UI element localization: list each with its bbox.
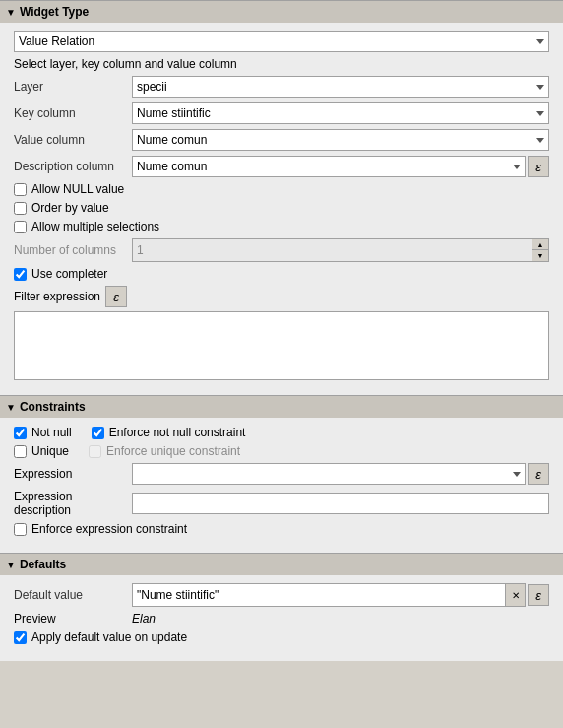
clear-default-button[interactable]: ✕ <box>505 584 525 606</box>
num-columns-row: Number of columns ▲ ▼ <box>14 238 549 262</box>
order-by-value-row: Order by value <box>14 201 549 215</box>
not-null-row: Not null Enforce not null constraint <box>14 426 549 439</box>
defaults-section: ▼ Defaults Default value ✕ ε Preview Ela… <box>0 553 563 661</box>
filter-textarea-wrapper <box>14 311 549 383</box>
order-by-value-label: Order by value <box>31 201 109 215</box>
apply-on-update-checkbox[interactable] <box>14 631 27 644</box>
allow-multiple-checkbox[interactable] <box>14 221 27 233</box>
widget-type-section: ▼ Widget Type Value Relation Select laye… <box>0 0 563 395</box>
defaults-content: Default value ✕ ε Preview Elan Apply def… <box>0 575 563 661</box>
unique-label: Unique <box>31 444 69 458</box>
order-by-value-checkbox[interactable] <box>14 202 27 215</box>
use-completer-row: Use completer <box>14 267 549 281</box>
unique-pair: Unique <box>14 444 69 458</box>
expression-desc-row: Expression description <box>14 490 549 517</box>
apply-on-update-label: Apply default value on update <box>31 630 187 644</box>
expression-desc-label: Expression description <box>14 490 132 517</box>
spinner-up-button: ▲ <box>532 239 548 250</box>
expression-label: Expression <box>14 467 132 481</box>
sublabel-row: Select layer, key column and value colum… <box>14 57 549 71</box>
enforce-unique-label: Enforce unique constraint <box>106 444 240 458</box>
expression-select[interactable] <box>132 463 526 485</box>
enforce-unique-pair: Enforce unique constraint <box>89 444 240 458</box>
expression-input-wrapper: ε <box>132 463 549 485</box>
default-value-input[interactable] <box>133 584 505 606</box>
not-null-pair: Not null <box>14 426 72 439</box>
constraints-chevron: ▼ <box>6 402 16 413</box>
description-column-select[interactable]: Nume comun <box>132 156 526 177</box>
sublabel-text: Select layer, key column and value colum… <box>14 57 237 71</box>
apply-on-update-row: Apply default value on update <box>14 630 549 644</box>
allow-null-row: Allow NULL value <box>14 182 549 196</box>
unique-checkbox[interactable] <box>14 445 27 458</box>
allow-multiple-row: Allow multiple selections <box>14 220 549 233</box>
constraints-title: Constraints <box>20 400 86 414</box>
constraints-content: Not null Enforce not null constraint Uni… <box>0 418 563 553</box>
widget-type-row: Value Relation <box>14 31 549 52</box>
filter-expression-textarea[interactable] <box>14 311 549 380</box>
defaults-chevron: ▼ <box>6 560 16 570</box>
default-epsilon-button[interactable]: ε <box>528 584 549 606</box>
filter-expression-label-row: Filter expression ε <box>14 286 549 307</box>
expression-desc-input[interactable] <box>132 493 549 514</box>
enforce-not-null-checkbox[interactable] <box>92 427 104 439</box>
not-null-label: Not null <box>31 426 72 439</box>
description-column-select-wrapper: Nume comun ε <box>132 156 549 177</box>
default-value-input-wrapper: ✕ <box>132 583 526 607</box>
use-completer-label: Use completer <box>31 267 107 281</box>
enforce-not-null-label: Enforce not null constraint <box>109 426 246 439</box>
enforce-expression-label: Enforce expression constraint <box>31 522 187 536</box>
defaults-header[interactable]: ▼ Defaults <box>0 553 563 575</box>
value-column-label: Value column <box>14 133 132 147</box>
spinner-down-button: ▼ <box>532 250 548 261</box>
num-columns-label: Number of columns <box>14 243 132 257</box>
description-column-row: Description column Nume comun ε <box>14 156 549 177</box>
filter-expression-label: Filter expression <box>14 290 100 303</box>
preview-value: Elan <box>132 612 156 626</box>
allow-null-checkbox[interactable] <box>14 183 27 196</box>
num-columns-spinner: ▲ ▼ <box>132 238 549 262</box>
use-completer-checkbox[interactable] <box>14 268 27 281</box>
constraints-section: ▼ Constraints Not null Enforce not null … <box>0 395 563 553</box>
widget-type-chevron: ▼ <box>6 7 16 18</box>
spinner-buttons: ▲ ▼ <box>532 239 548 261</box>
enforce-expression-row: Enforce expression constraint <box>14 522 549 536</box>
not-null-checkbox[interactable] <box>14 427 27 439</box>
widget-type-select[interactable]: Value Relation <box>14 31 549 52</box>
widget-type-content: Value Relation Select layer, key column … <box>0 23 563 395</box>
widget-type-header[interactable]: ▼ Widget Type <box>0 0 563 23</box>
default-value-row: Default value ✕ ε <box>14 583 549 607</box>
preview-row: Preview Elan <box>14 612 549 626</box>
allow-multiple-label: Allow multiple selections <box>31 220 159 233</box>
value-column-row: Value column Nume comun <box>14 129 549 151</box>
allow-null-label: Allow NULL value <box>31 182 124 196</box>
filter-epsilon-button[interactable]: ε <box>105 286 127 307</box>
description-column-label: Description column <box>14 160 132 173</box>
defaults-title: Defaults <box>20 558 66 571</box>
constraints-header[interactable]: ▼ Constraints <box>0 395 563 418</box>
layer-row: Layer specii <box>14 76 549 98</box>
default-value-label: Default value <box>14 588 132 602</box>
layer-select[interactable]: specii <box>132 76 549 98</box>
description-epsilon-button[interactable]: ε <box>528 156 549 177</box>
widget-type-title: Widget Type <box>20 5 89 19</box>
enforce-not-null-pair: Enforce not null constraint <box>92 426 246 439</box>
num-columns-input <box>133 239 532 261</box>
preview-label: Preview <box>14 612 132 626</box>
key-column-row: Key column Nume stiintific <box>14 102 549 124</box>
unique-row: Unique Enforce unique constraint <box>14 444 549 458</box>
value-column-select[interactable]: Nume comun <box>132 129 549 151</box>
expression-epsilon-button[interactable]: ε <box>528 463 549 485</box>
key-column-select[interactable]: Nume stiintific <box>132 102 549 124</box>
enforce-expression-checkbox[interactable] <box>14 523 27 536</box>
enforce-unique-checkbox <box>89 445 101 458</box>
expression-row: Expression ε <box>14 463 549 485</box>
key-column-label: Key column <box>14 106 132 120</box>
layer-label: Layer <box>14 80 132 94</box>
